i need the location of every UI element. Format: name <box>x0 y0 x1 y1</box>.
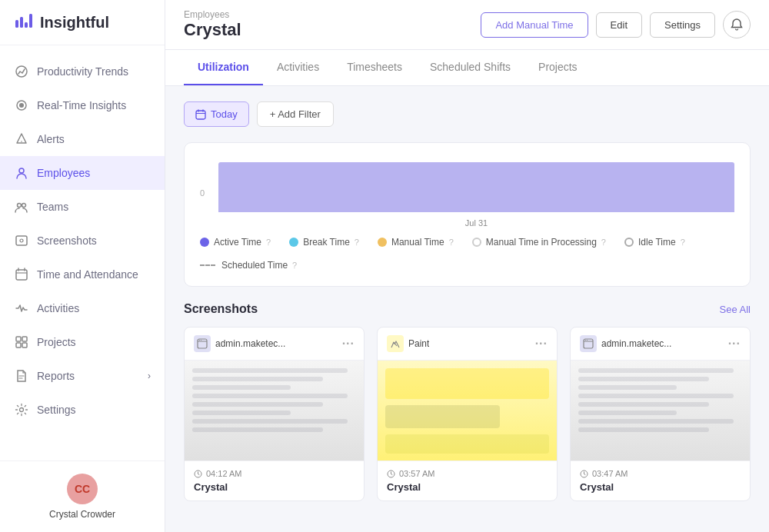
app-name-2: Paint <box>408 338 429 349</box>
screenshots-icon <box>14 233 29 248</box>
breadcrumb: Employees <box>184 9 241 20</box>
svg-point-8 <box>19 168 24 173</box>
sidebar-label: Activities <box>37 302 79 314</box>
manual-time-dot <box>378 238 387 247</box>
tab-activities[interactable]: Activities <box>263 50 333 85</box>
svg-rect-17 <box>22 343 27 347</box>
add-manual-time-button[interactable]: Add Manual Time <box>481 12 588 38</box>
tab-projects[interactable]: Projects <box>524 50 591 85</box>
add-filter-button[interactable]: + Add Filter <box>257 101 334 127</box>
content-area: Today + Add Filter 0 Jul 31 Active Time … <box>165 86 769 532</box>
clock-icon <box>387 470 395 478</box>
manual-time-help[interactable]: ? <box>449 238 454 247</box>
svg-rect-1 <box>20 17 23 28</box>
sidebar-footer: CC Crystal Crowder <box>0 461 165 532</box>
sidebar-item-reports[interactable]: Reports › <box>0 359 165 393</box>
card-menu-3[interactable]: ··· <box>728 337 741 351</box>
edit-button[interactable]: Edit <box>596 12 642 38</box>
card-menu-1[interactable]: ··· <box>342 337 355 351</box>
tab-utilization[interactable]: Utilization <box>184 50 263 85</box>
sidebar-item-teams[interactable]: Teams <box>0 190 165 224</box>
avatar[interactable]: CC <box>67 474 98 504</box>
svg-rect-20 <box>198 339 207 348</box>
projects-icon <box>14 334 29 350</box>
scheduled-time-help[interactable]: ? <box>292 261 297 270</box>
sidebar-item-projects[interactable]: Projects <box>0 325 165 359</box>
idle-time-dot <box>624 238 634 247</box>
screenshot-user-2: Crystal <box>387 481 548 493</box>
screenshots-section: Screenshots See All admin.maketec... ··· <box>184 302 751 501</box>
notification-button[interactable] <box>723 11 751 38</box>
sidebar-label: Real-Time Insights <box>37 99 126 111</box>
app-name-1: admin.maketec... <box>215 338 285 349</box>
chart-legend: Active Time ? Break Time ? Manual Time ?… <box>200 237 734 271</box>
legend-label: Manual Time <box>391 237 444 248</box>
screenshot-preview-3 <box>571 361 750 461</box>
employees-icon <box>14 165 29 181</box>
chart-bar-area: Jul 31 <box>218 158 734 228</box>
break-time-help[interactable]: ? <box>355 238 359 247</box>
legend-break-time: Break Time ? <box>289 237 359 248</box>
screenshot-card: Paint ··· 03:57 AM <box>377 327 558 501</box>
screenshot-card-header: admin.maketec... ··· <box>185 328 364 361</box>
tab-timesheets[interactable]: Timesheets <box>333 50 416 85</box>
user-name: Crystal Crowder <box>49 509 115 520</box>
calendar-icon <box>195 109 206 120</box>
svg-rect-15 <box>22 337 27 341</box>
svg-point-10 <box>22 204 26 208</box>
settings-button[interactable]: Settings <box>650 12 715 38</box>
svg-point-26 <box>585 340 586 341</box>
screenshot-preview-2 <box>378 361 557 461</box>
clock-icon <box>580 470 588 478</box>
sidebar-label: Projects <box>37 336 76 348</box>
sidebar-label: Teams <box>37 201 68 213</box>
screenshot-app-info: admin.maketec... <box>194 335 285 352</box>
svg-point-21 <box>199 340 200 341</box>
legend-active-time: Active Time ? <box>200 237 271 248</box>
svg-rect-14 <box>16 337 21 341</box>
activities-icon <box>14 301 29 316</box>
screenshot-footer-1: 04:12 AM Crystal <box>185 461 364 500</box>
manual-processing-dot <box>472 238 481 247</box>
sidebar-item-alerts[interactable]: Alerts <box>0 122 165 156</box>
sidebar-item-screenshots[interactable]: Screenshots <box>0 224 165 258</box>
sidebar-item-activities[interactable]: Activities <box>0 291 165 325</box>
sidebar-item-time-attendance[interactable]: Time and Attendance <box>0 258 165 291</box>
chart-y-label: 0 <box>200 188 205 198</box>
screenshot-card: admin.maketec... ··· <box>184 327 365 501</box>
sidebar-logo: Insightful <box>0 0 165 45</box>
screenshot-footer-2: 03:57 AM Crystal <box>378 461 557 500</box>
tab-scheduled-shifts[interactable]: Scheduled Shifts <box>416 50 524 85</box>
svg-rect-0 <box>15 20 18 28</box>
browser-icon <box>580 335 597 352</box>
manual-processing-help[interactable]: ? <box>601 238 606 247</box>
scheduled-time-dash <box>200 264 215 266</box>
screenshot-user-3: Crystal <box>580 481 741 493</box>
sidebar-item-settings[interactable]: Settings <box>0 393 165 427</box>
sidebar-label: Settings <box>37 404 76 416</box>
sidebar-label: Screenshots <box>37 234 97 247</box>
header: Employees Crystal Add Manual Time Edit S… <box>165 0 769 50</box>
sidebar-label: Time and Attendance <box>37 268 138 281</box>
card-menu-2[interactable]: ··· <box>535 337 548 351</box>
sidebar-item-productivity-trends[interactable]: Productivity Trends <box>0 55 165 88</box>
screenshot-card-header: admin.maketec... ··· <box>571 328 750 361</box>
sidebar-label: Alerts <box>37 133 65 145</box>
svg-rect-25 <box>584 339 593 348</box>
sidebar-item-real-time-insights[interactable]: Real-Time Insights <box>0 88 165 122</box>
svg-rect-2 <box>25 22 28 28</box>
svg-rect-16 <box>16 343 21 347</box>
svg-point-9 <box>18 204 22 208</box>
active-time-help[interactable]: ? <box>266 238 271 247</box>
sidebar-item-employees[interactable]: Employees <box>0 156 165 190</box>
screenshot-time-2: 03:57 AM <box>387 469 548 478</box>
idle-time-help[interactable]: ? <box>681 238 685 247</box>
legend-label: Idle Time <box>638 237 676 248</box>
today-button[interactable]: Today <box>184 101 249 127</box>
chevron-down-icon: › <box>148 371 151 381</box>
legend-label: Scheduled Time <box>221 260 288 271</box>
sidebar-label: Employees <box>37 167 90 179</box>
screenshot-card-header: Paint ··· <box>378 328 557 361</box>
chart-icon <box>14 64 29 79</box>
see-all-button[interactable]: See All <box>720 304 751 315</box>
